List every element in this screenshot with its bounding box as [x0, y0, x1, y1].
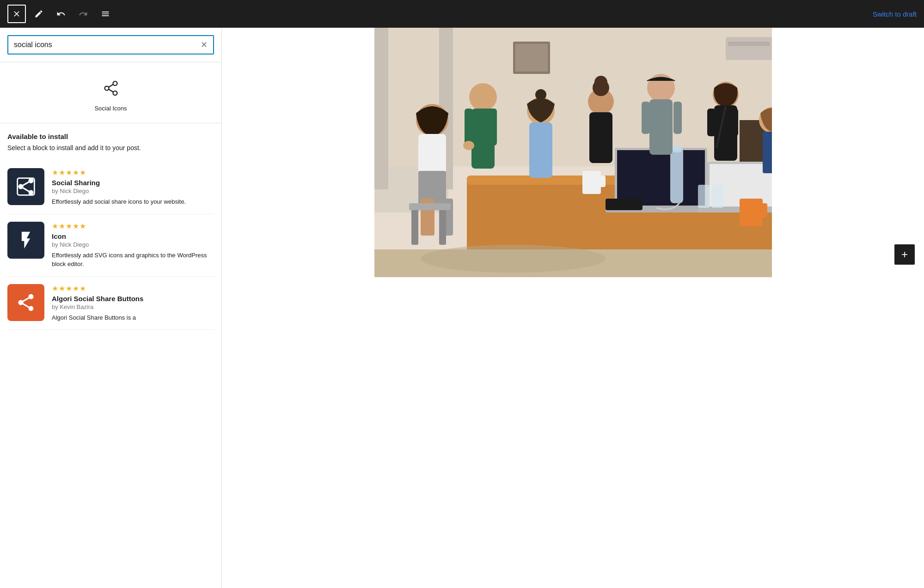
social-sharing-name: Social Sharing — [52, 179, 214, 187]
share-circle-icon — [16, 292, 36, 313]
svg-rect-33 — [606, 199, 643, 210]
svg-point-48 — [535, 89, 546, 100]
undo-icon — [56, 9, 66, 18]
icon-plugin-name: Icon — [52, 232, 214, 240]
search-input[interactable] — [14, 41, 197, 49]
search-clear-button[interactable]: ✕ — [201, 41, 208, 49]
available-section: Available to install Select a block to i… — [0, 123, 221, 330]
svg-rect-11 — [515, 44, 548, 72]
algori-plugin-name: Algori Social Share Buttons — [52, 295, 214, 303]
svg-rect-70 — [409, 203, 451, 210]
switch-to-draft-button[interactable]: Switch to draft — [873, 10, 917, 18]
svg-rect-68 — [411, 208, 418, 245]
icon-plugin-author: by Nick Diego — [52, 241, 214, 248]
icon-plugin-icon — [7, 222, 44, 259]
icon-plugin-stars: ★ ★ ★ ★ ★ — [52, 222, 214, 230]
post-image — [374, 28, 772, 277]
social-sharing-info: ★ ★ ★ ★ ★ Social Sharing by Nick Diego E… — [52, 168, 214, 206]
icon-plugin-info: ★ ★ ★ ★ ★ Icon by Nick Diego Effortlessl… — [52, 222, 214, 269]
svg-rect-53 — [589, 112, 612, 163]
search-box: ✕ — [7, 35, 214, 55]
svg-rect-56 — [642, 102, 650, 134]
menu-button[interactable] — [96, 5, 115, 23]
main-layout: ✕ Social Icons Available to install Sele… — [0, 28, 924, 588]
svg-rect-29 — [740, 199, 763, 226]
svg-rect-63 — [707, 109, 716, 136]
lightning-icon — [16, 230, 36, 250]
svg-rect-28 — [600, 176, 606, 187]
plugin-item-algori[interactable]: ★ ★ ★ ★ ★ Algori Social Share Buttons by… — [7, 277, 214, 330]
svg-point-1 — [104, 86, 109, 91]
close-icon — [12, 9, 21, 18]
social-icons-label: Social Icons — [94, 105, 127, 112]
svg-point-0 — [113, 81, 117, 85]
undo-button[interactable] — [52, 5, 70, 23]
algori-plugin-info: ★ ★ ★ ★ ★ Algori Social Share Buttons by… — [52, 284, 214, 322]
block-result-social-icons[interactable]: Social Icons — [0, 62, 221, 123]
available-title: Available to install — [7, 133, 214, 140]
svg-rect-49 — [529, 122, 552, 178]
svg-rect-15 — [374, 28, 388, 189]
icon-plugin-desc: Effortlessly add SVG icons and graphics … — [52, 251, 214, 269]
redo-icon — [79, 9, 88, 18]
svg-point-38 — [463, 141, 474, 150]
available-subtitle: Select a block to install and add it to … — [7, 144, 214, 152]
social-icons-block-icon — [100, 77, 122, 99]
svg-rect-57 — [673, 102, 682, 134]
svg-rect-64 — [730, 109, 738, 136]
social-sharing-author: by Nick Diego — [52, 188, 214, 194]
menu-icon — [101, 9, 110, 18]
svg-rect-32 — [712, 185, 723, 208]
post-image-container — [374, 28, 772, 277]
close-button[interactable] — [7, 5, 26, 23]
scene-illustration — [374, 28, 772, 277]
svg-rect-20 — [617, 150, 705, 206]
search-container: ✕ — [0, 28, 221, 62]
svg-rect-12 — [726, 37, 772, 60]
svg-line-3 — [108, 89, 113, 92]
edit-icon — [34, 9, 43, 18]
redo-button[interactable] — [74, 5, 92, 23]
algori-plugin-stars: ★ ★ ★ ★ ★ — [52, 284, 214, 293]
svg-point-52 — [594, 76, 607, 89]
svg-point-34 — [469, 83, 497, 111]
editor-toolbar: Switch to draft — [0, 0, 924, 28]
content-area: + — [222, 28, 924, 588]
plugin-item-social-sharing[interactable]: ★ ★ ★ ★ ★ Social Sharing by Nick Diego E… — [7, 161, 214, 214]
algori-plugin-desc: Algori Social Share Buttons is a — [52, 313, 214, 322]
svg-point-72 — [421, 245, 606, 273]
add-block-button[interactable]: + — [894, 244, 915, 265]
svg-rect-25 — [670, 148, 683, 203]
svg-rect-27 — [582, 171, 601, 194]
svg-rect-67 — [763, 132, 772, 173]
edit-button[interactable] — [30, 5, 48, 23]
algori-plugin-icon — [7, 284, 44, 321]
social-sharing-desc: Effortlessly add social share icons to y… — [52, 197, 214, 206]
left-panel: ✕ Social Icons Available to install Sele… — [0, 28, 222, 588]
svg-rect-26 — [672, 145, 682, 152]
svg-point-2 — [113, 91, 117, 95]
svg-line-4 — [108, 85, 113, 87]
social-sharing-stars: ★ ★ ★ ★ ★ — [52, 168, 214, 177]
svg-rect-55 — [649, 99, 673, 155]
algori-plugin-author: by Kevin Bazira — [52, 303, 214, 310]
share-box-icon — [16, 176, 36, 197]
plugin-item-icon[interactable]: ★ ★ ★ ★ ★ Icon by Nick Diego Effortlessl… — [7, 214, 214, 277]
svg-rect-31 — [698, 185, 710, 208]
svg-rect-37 — [489, 109, 497, 145]
svg-rect-69 — [439, 208, 446, 245]
svg-rect-30 — [762, 203, 767, 217]
svg-rect-36 — [465, 109, 473, 145]
svg-rect-13 — [728, 42, 770, 46]
social-sharing-icon — [7, 168, 44, 205]
